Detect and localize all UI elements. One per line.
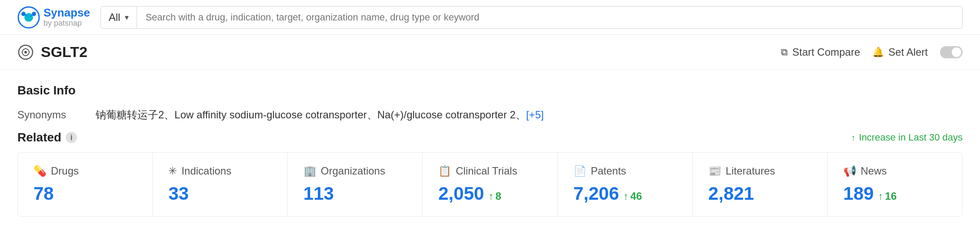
- svg-point-3: [32, 12, 36, 16]
- compare-label: Start Compare: [792, 46, 860, 58]
- clinical-trials-increase: ↑8: [488, 190, 501, 202]
- stat-card-clinical-trials[interactable]: 📋Clinical Trials2,050↑8: [423, 153, 557, 216]
- alert-toggle[interactable]: [940, 46, 963, 58]
- indications-icon: ✳: [168, 165, 177, 177]
- alert-icon: 🔔: [872, 47, 884, 58]
- indications-value: 33: [168, 183, 189, 204]
- indications-label: Indications: [181, 165, 231, 177]
- literatures-value: 2,821: [708, 183, 754, 204]
- chevron-down-icon: ▾: [125, 13, 129, 22]
- related-title: Related i: [17, 131, 77, 144]
- header: Synapse by patsnap All ▾: [0, 0, 980, 35]
- search-input[interactable]: [137, 7, 962, 28]
- page-title-actions: ⧉ Start Compare 🔔 Set Alert: [781, 46, 963, 58]
- synonyms-row: Synonyms 钠葡糖转运子2、Low affinity sodium-glu…: [17, 108, 963, 122]
- target-icon: [17, 44, 34, 60]
- search-filter-label: All: [109, 11, 120, 24]
- page-title: SGLT2: [41, 44, 87, 60]
- synapse-logo-icon: [17, 6, 40, 29]
- organizations-icon: 🏢: [303, 165, 317, 177]
- increase-up-icon: ↑: [488, 190, 493, 202]
- synonyms-value: 钠葡糖转运子2、Low affinity sodium-glucose cotr…: [96, 108, 544, 122]
- patents-label: Patents: [591, 165, 626, 177]
- news-icon: 📢: [843, 165, 857, 177]
- set-alert-button[interactable]: 🔔 Set Alert: [872, 46, 928, 58]
- search-container: All ▾: [100, 6, 963, 29]
- clinical-trials-value: 2,050: [438, 183, 484, 204]
- start-compare-button[interactable]: ⧉ Start Compare: [781, 46, 860, 58]
- content: Basic Info Synonyms 钠葡糖转运子2、Low affinity…: [0, 70, 980, 231]
- increase-label: ↑ Increase in Last 30 days: [851, 132, 963, 143]
- drugs-icon: 💊: [33, 165, 47, 177]
- svg-point-2: [21, 12, 26, 16]
- synonyms-label: Synonyms: [17, 109, 96, 121]
- increase-up-icon: ↑: [623, 190, 629, 202]
- literatures-icon: 📰: [708, 165, 721, 177]
- increase-up-icon: ↑: [878, 190, 883, 202]
- patents-value: 7,206: [573, 183, 619, 204]
- stat-card-drugs[interactable]: 💊Drugs78: [18, 153, 153, 216]
- patents-increase: ↑46: [623, 190, 642, 202]
- patents-icon: 📄: [573, 165, 587, 177]
- clinical-trials-label: Clinical Trials: [456, 165, 517, 177]
- basic-info-title: Basic Info: [17, 84, 963, 97]
- logo-by-label: by patsnap: [43, 19, 90, 28]
- logo-text: Synapse by patsnap: [43, 7, 90, 27]
- organizations-value: 113: [303, 183, 334, 204]
- stat-card-literatures[interactable]: 📰Literatures2,821: [693, 153, 827, 216]
- logo-synapse-label: Synapse: [43, 7, 90, 19]
- news-value: 189: [843, 183, 874, 204]
- logo: Synapse by patsnap: [17, 6, 90, 29]
- page-title-left: SGLT2: [17, 44, 87, 60]
- organizations-label: Organizations: [321, 165, 385, 177]
- related-info-icon[interactable]: i: [66, 132, 77, 143]
- news-increase: ↑16: [878, 190, 897, 202]
- search-filter-dropdown[interactable]: All ▾: [101, 7, 137, 28]
- synonyms-more-link[interactable]: [+5]: [526, 109, 544, 121]
- related-header: Related i ↑ Increase in Last 30 days: [17, 131, 963, 144]
- drugs-value: 78: [33, 183, 54, 204]
- stat-card-indications[interactable]: ✳Indications33: [153, 153, 287, 216]
- compare-icon: ⧉: [781, 47, 788, 58]
- svg-point-8: [24, 51, 27, 54]
- news-label: News: [861, 165, 887, 177]
- page-title-bar: SGLT2 ⧉ Start Compare 🔔 Set Alert: [0, 35, 980, 70]
- literatures-label: Literatures: [726, 165, 775, 177]
- stat-card-news[interactable]: 📢News189↑16: [828, 153, 962, 216]
- increase-arrow-icon: ↑: [851, 133, 856, 143]
- clinical-trials-icon: 📋: [438, 165, 451, 177]
- alert-label: Set Alert: [888, 46, 928, 58]
- stats-row: 💊Drugs78✳Indications33🏢Organizations113📋…: [17, 152, 963, 217]
- stat-card-organizations[interactable]: 🏢Organizations113: [288, 153, 423, 216]
- svg-point-1: [24, 13, 33, 22]
- stat-card-patents[interactable]: 📄Patents7,206↑46: [558, 153, 693, 216]
- drugs-label: Drugs: [51, 165, 79, 177]
